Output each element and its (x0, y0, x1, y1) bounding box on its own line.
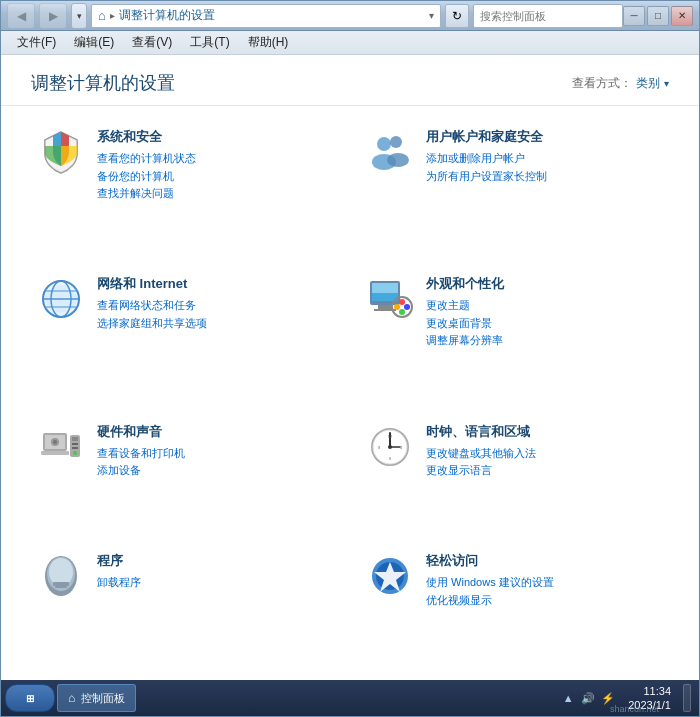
svg-rect-26 (72, 437, 78, 441)
cp-link-appearance-3[interactable]: 调整屏幕分辨率 (426, 332, 663, 350)
cp-title-user-accounts[interactable]: 用户帐户和家庭安全 (426, 128, 663, 146)
cp-link-network-2[interactable]: 选择家庭组和共享选项 (97, 315, 334, 333)
title-controls: ─ □ ✕ (623, 6, 693, 26)
cp-item-appearance[interactable]: 外观和个性化 更改主题 更改桌面背景 调整屏幕分辨率 (350, 263, 679, 410)
start-label: ⊞ (26, 693, 34, 704)
menu-tools[interactable]: 工具(T) (182, 32, 237, 53)
cp-icon-programs (37, 552, 85, 600)
breadcrumb-arrow: ▾ (429, 10, 434, 21)
cp-link-programs-1[interactable]: 卸载程序 (97, 574, 334, 592)
refresh-icon: ↻ (452, 9, 462, 23)
cp-icon-appearance (366, 275, 414, 323)
cp-title-clock[interactable]: 时钟、语言和区域 (426, 423, 663, 441)
forward-button[interactable]: ▶ (39, 3, 67, 29)
cp-item-system-security[interactable]: 系统和安全 查看您的计算机状态 备份您的计算机 查找并解决问题 (21, 116, 350, 263)
svg-point-2 (390, 136, 402, 148)
svg-point-19 (394, 304, 400, 310)
back-button[interactable]: ◀ (7, 3, 35, 29)
search-bar[interactable]: 🔍 (473, 4, 623, 28)
menu-file[interactable]: 文件(F) (9, 32, 64, 53)
cp-link-user-1[interactable]: 添加或删除用户帐户 (426, 150, 663, 168)
cp-item-clock[interactable]: 12 3 6 9 时钟、语言和区域 更改键盘或其他输入法 更改显示语言 (350, 411, 679, 541)
svg-rect-43 (55, 586, 67, 588)
cp-link-system-2[interactable]: 备份您的计算机 (97, 168, 334, 186)
taskbar-window-item[interactable]: ⌂ 控制面板 (57, 684, 136, 712)
cp-link-system-3[interactable]: 查找并解决问题 (97, 185, 334, 203)
breadcrumb-bar: ⌂ ▸ 调整计算机的设置 ▾ (91, 4, 441, 28)
menu-help[interactable]: 帮助(H) (240, 32, 297, 53)
svg-point-3 (387, 153, 409, 167)
cp-title-accessibility[interactable]: 轻松访问 (426, 552, 663, 570)
svg-point-41 (49, 558, 73, 586)
cp-item-network[interactable]: 网络和 Internet 查看网络状态和任务 选择家庭组和共享选项 (21, 263, 350, 410)
back-icon: ◀ (17, 9, 26, 23)
view-mode: 查看方式： 类别 ▾ (572, 75, 669, 92)
main-window: ◀ ▶ ▾ ⌂ ▸ 调整计算机的设置 ▾ ↻ 🔍 ─ (0, 0, 700, 717)
svg-point-29 (73, 451, 77, 455)
cp-title-hardware[interactable]: 硬件和声音 (97, 423, 334, 441)
watermark: shancun.net (610, 704, 659, 714)
cp-icon-user-accounts (366, 128, 414, 176)
cp-icon-network (37, 275, 85, 323)
show-desktop-button[interactable] (683, 684, 691, 712)
cp-title-network[interactable]: 网络和 Internet (97, 275, 334, 293)
cp-icon-system-security (37, 128, 85, 176)
breadcrumb-item[interactable]: 调整计算机的设置 (119, 7, 215, 24)
menu-view[interactable]: 查看(V) (124, 32, 180, 53)
title-bar-left: ◀ ▶ ▾ ⌂ ▸ 调整计算机的设置 ▾ ↻ 🔍 (7, 3, 623, 29)
cp-link-user-2[interactable]: 为所有用户设置家长控制 (426, 168, 663, 186)
cp-icon-hardware (37, 423, 85, 471)
cp-link-access-2[interactable]: 优化视频显示 (426, 592, 663, 610)
cp-text-programs: 程序 卸载程序 (97, 552, 334, 592)
cp-item-programs[interactable]: 程序 卸载程序 (21, 540, 350, 670)
category-grid: 系统和安全 查看您的计算机状态 备份您的计算机 查找并解决问题 (1, 106, 699, 680)
svg-point-34 (388, 445, 392, 449)
cp-title-programs[interactable]: 程序 (97, 552, 334, 570)
cp-text-hardware: 硬件和声音 查看设备和打印机 添加设备 (97, 423, 334, 480)
svg-point-18 (399, 309, 405, 315)
cp-link-clock-1[interactable]: 更改键盘或其他输入法 (426, 445, 663, 463)
cp-text-appearance: 外观和个性化 更改主题 更改桌面背景 调整屏幕分辨率 (426, 275, 663, 350)
cp-title-system-security[interactable]: 系统和安全 (97, 128, 334, 146)
page-title: 调整计算机的设置 (31, 71, 175, 95)
view-mode-value[interactable]: 类别 (636, 75, 660, 92)
search-input[interactable] (480, 10, 618, 22)
svg-rect-27 (72, 443, 78, 445)
maximize-button[interactable]: □ (647, 6, 669, 26)
cp-link-hardware-2[interactable]: 添加设备 (97, 462, 334, 480)
tray-volume-icon[interactable]: 🔊 (580, 690, 596, 706)
cp-item-accessibility[interactable]: 轻松访问 使用 Windows 建议的设置 优化视频显示 (350, 540, 679, 670)
content-area: 调整计算机的设置 查看方式： 类别 ▾ (1, 55, 699, 680)
menu-bar: 文件(F) 编辑(E) 查看(V) 工具(T) 帮助(H) (1, 31, 699, 55)
view-mode-label: 查看方式： (572, 75, 632, 92)
cp-link-hardware-1[interactable]: 查看设备和打印机 (97, 445, 334, 463)
tray-network-icon[interactable]: ▲ (560, 690, 576, 706)
cp-title-appearance[interactable]: 外观和个性化 (426, 275, 663, 293)
start-button[interactable]: ⊞ (5, 684, 55, 712)
svg-point-0 (377, 137, 391, 151)
breadcrumb-home-icon: ⌂ (98, 8, 106, 23)
cp-text-clock: 时钟、语言和区域 更改键盘或其他输入法 更改显示语言 (426, 423, 663, 480)
cp-link-network-1[interactable]: 查看网络状态和任务 (97, 297, 334, 315)
cp-text-network: 网络和 Internet 查看网络状态和任务 选择家庭组和共享选项 (97, 275, 334, 332)
forward-icon: ▶ (49, 9, 58, 23)
cp-item-hardware[interactable]: 硬件和声音 查看设备和打印机 添加设备 (21, 411, 350, 541)
cp-link-clock-2[interactable]: 更改显示语言 (426, 462, 663, 480)
cp-link-access-1[interactable]: 使用 Windows 建议的设置 (426, 574, 663, 592)
svg-rect-28 (72, 447, 78, 449)
close-button[interactable]: ✕ (671, 6, 693, 26)
svg-point-16 (399, 299, 405, 305)
svg-rect-12 (372, 283, 398, 293)
cp-link-appearance-2[interactable]: 更改桌面背景 (426, 315, 663, 333)
cp-link-system-1[interactable]: 查看您的计算机状态 (97, 150, 334, 168)
dropdown-button[interactable]: ▾ (71, 3, 87, 29)
cp-icon-accessibility (366, 552, 414, 600)
title-bar: ◀ ▶ ▾ ⌂ ▸ 调整计算机的设置 ▾ ↻ 🔍 ─ (1, 1, 699, 31)
refresh-button[interactable]: ↻ (445, 4, 469, 28)
taskbar-window-label: 控制面板 (81, 691, 125, 706)
minimize-button[interactable]: ─ (623, 6, 645, 26)
cp-link-appearance-1[interactable]: 更改主题 (426, 297, 663, 315)
view-mode-arrow[interactable]: ▾ (664, 78, 669, 89)
cp-item-user-accounts[interactable]: 用户帐户和家庭安全 添加或删除用户帐户 为所有用户设置家长控制 (350, 116, 679, 263)
menu-edit[interactable]: 编辑(E) (66, 32, 122, 53)
